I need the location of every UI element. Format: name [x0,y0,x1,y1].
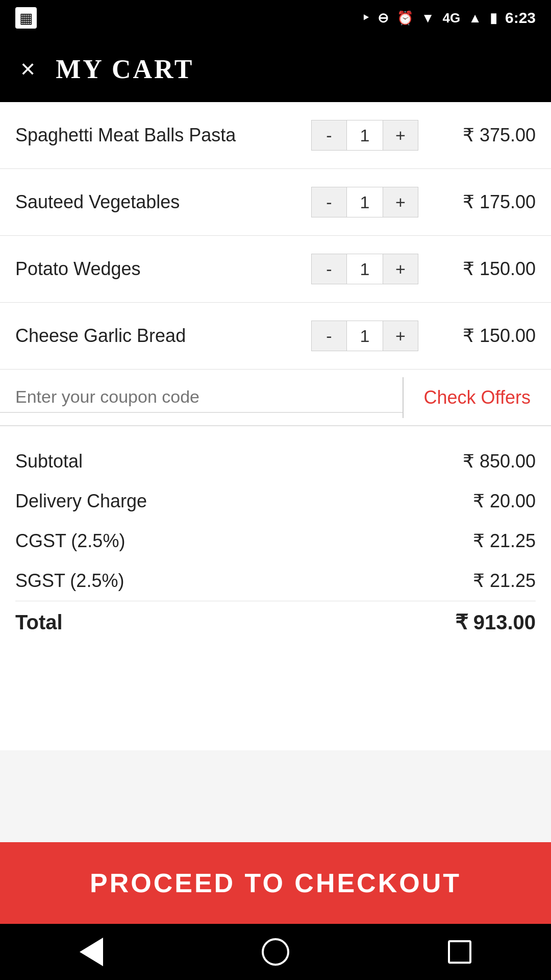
back-arrow-icon [80,938,103,966]
increment-button[interactable]: + [383,187,418,217]
increment-button[interactable]: + [383,321,418,351]
close-button[interactable]: × [20,56,35,82]
spacer [0,750,551,842]
item-name: Potato Wedges [15,257,311,281]
subtotal-value: ₹ 850.00 [463,451,536,472]
total-value: ₹ 913.00 [455,610,536,634]
bluetooth-icon: ‣ [362,10,369,26]
recents-button[interactable] [448,940,471,964]
checkout-button[interactable]: PROCEED TO CHECKOUT [0,842,551,924]
delivery-value: ₹ 20.00 [473,491,536,512]
item-price: ₹ 175.00 [434,191,536,213]
quantity-value: 1 [347,321,383,351]
item-price: ₹ 150.00 [434,258,536,280]
notification-icon [15,7,37,29]
status-bar: ‣ ⊖ ⏰ ▼ 4G ▲ ▮ 6:23 [0,0,551,36]
cart-items-list: Spaghetti Meat Balls Pasta - 1 + ₹ 375.0… [0,102,551,370]
cart-item: Cheese Garlic Bread - 1 + ₹ 150.00 [0,303,551,370]
cgst-value: ₹ 21.25 [473,530,536,552]
quantity-value: 1 [347,120,383,151]
delivery-row: Delivery Charge ₹ 20.00 [15,481,536,521]
quantity-controls: - 1 + [311,120,418,151]
item-price: ₹ 375.00 [434,125,536,146]
decrement-button[interactable]: - [311,120,347,151]
delivery-label: Delivery Charge [15,491,147,512]
battery-icon: ▮ [490,10,497,26]
page-title: MY CART [56,54,194,84]
item-name: Spaghetti Meat Balls Pasta [15,124,311,148]
status-bar-right: ‣ ⊖ ⏰ ▼ 4G ▲ ▮ 6:23 [362,9,536,27]
quantity-value: 1 [347,187,383,217]
decrement-button[interactable]: - [311,187,347,217]
sgst-label: SGST (2.5%) [15,570,124,592]
decrement-button[interactable]: - [311,254,347,284]
item-price: ₹ 150.00 [434,325,536,347]
summary-section: Subtotal ₹ 850.00 Delivery Charge ₹ 20.0… [0,426,551,658]
navigation-bar [0,924,551,980]
quantity-controls: - 1 + [311,187,418,217]
sgst-value: ₹ 21.25 [473,570,536,592]
time-display: 6:23 [505,9,536,27]
minus-icon: ⊖ [378,10,389,26]
wifi-icon: ▼ [421,10,435,26]
cart-item: Potato Wedges - 1 + ₹ 150.00 [0,236,551,303]
total-label: Total [15,611,63,634]
status-bar-left [15,7,37,29]
quantity-value: 1 [347,254,383,284]
subtotal-row: Subtotal ₹ 850.00 [15,442,536,481]
cgst-row: CGST (2.5%) ₹ 21.25 [15,521,536,561]
home-button[interactable] [262,938,289,966]
quantity-controls: - 1 + [311,321,418,351]
total-row: Total ₹ 913.00 [15,601,536,643]
coupon-section: Check Offers [0,370,551,426]
alarm-icon: ⏰ [397,10,413,26]
check-offers-button[interactable]: Check Offers [404,387,551,408]
quantity-controls: - 1 + [311,254,418,284]
header: × MY CART [0,36,551,102]
cart-content: Spaghetti Meat Balls Pasta - 1 + ₹ 375.0… [0,102,551,750]
cart-item: Spaghetti Meat Balls Pasta - 1 + ₹ 375.0… [0,102,551,169]
cart-item: Sauteed Vegetables - 1 + ₹ 175.00 [0,169,551,236]
coupon-input[interactable] [0,382,403,413]
increment-button[interactable]: + [383,120,418,151]
network-label: 4G [443,10,461,26]
item-name: Cheese Garlic Bread [15,324,311,348]
item-name: Sauteed Vegetables [15,190,311,214]
recents-square-icon [448,940,471,964]
decrement-button[interactable]: - [311,321,347,351]
signal-icon: ▲ [468,10,482,26]
sgst-row: SGST (2.5%) ₹ 21.25 [15,561,536,601]
increment-button[interactable]: + [383,254,418,284]
cgst-label: CGST (2.5%) [15,530,125,552]
subtotal-label: Subtotal [15,451,83,472]
back-button[interactable] [80,938,103,966]
home-circle-icon [262,938,289,966]
